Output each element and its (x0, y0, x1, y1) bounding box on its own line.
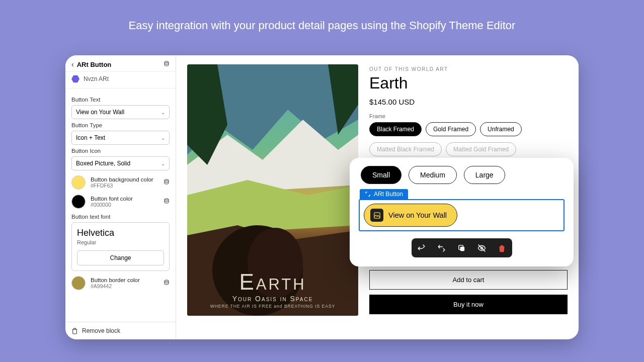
font-card: Helvetica Regular Change (71, 222, 170, 271)
bg-color-label: Button background color (91, 176, 153, 183)
frame-options-row2: Matted Black Framed Matted Gold Framed (369, 142, 568, 156)
poster-subtitle: WHERE THE AIR IS FREE and BREATHING IS E… (187, 304, 358, 309)
frame-option[interactable]: Black Framed (369, 122, 422, 136)
font-weight: Regular (77, 239, 164, 245)
border-color-hex: #A99442 (91, 283, 140, 289)
text-font-label: Button text font (71, 214, 170, 220)
sidebar-header: ‹ ARt Button (65, 55, 176, 72)
product-title: Earth (369, 74, 568, 93)
block-toolbar (412, 238, 512, 257)
buy-now-button[interactable]: Buy it now (369, 295, 568, 314)
frame-option-label: Frame (369, 113, 568, 119)
button-icon-select[interactable]: Boxed Picture, Solid⌄ (71, 156, 170, 170)
frame-option[interactable]: Unframed (480, 122, 522, 136)
remove-block-button[interactable]: Remove block (65, 322, 176, 339)
poster-title: Earth (187, 269, 358, 295)
button-type-label: Button Type (71, 122, 170, 128)
product-price: $145.00 USD (369, 98, 568, 106)
dynamic-source-icon[interactable] (164, 280, 170, 287)
svg-point-1 (165, 179, 169, 181)
font-color-row[interactable]: Button font color #000000 (71, 195, 170, 209)
frame-option: Matted Black Framed (369, 142, 442, 156)
block-focus-popover: Small Medium Large ARt Button View on Yo… (350, 158, 574, 266)
app-name: Nvzn ARt (84, 75, 109, 82)
svg-rect-13 (460, 246, 465, 251)
sidebar-fields: Button Text View on Your Wall⌄ Button Ty… (65, 88, 176, 322)
selected-block-frame[interactable]: View on Your Wall (359, 199, 565, 231)
dynamic-source-icon[interactable] (164, 179, 170, 187)
frame-option: Matted Gold Framed (446, 142, 516, 156)
move-down-icon[interactable] (437, 243, 447, 253)
border-color-row[interactable]: Button border color #A99442 (71, 276, 170, 290)
sidebar-title: ARt Button (77, 61, 160, 68)
svg-point-3 (165, 280, 169, 282)
block-label-tag[interactable]: ARt Button (360, 189, 408, 199)
move-up-icon[interactable] (417, 243, 427, 253)
button-text-select[interactable]: View on Your Wall⌄ (71, 105, 170, 119)
app-badge: Nvzn ARt (65, 72, 176, 88)
bg-color-swatch (71, 175, 86, 190)
font-name: Helvetica (77, 228, 164, 238)
duplicate-icon[interactable] (457, 243, 467, 253)
border-color-label: Button border color (91, 277, 140, 283)
size-option[interactable]: Medium (409, 166, 457, 184)
button-icon-label: Button Icon (71, 148, 170, 154)
app-icon (71, 75, 79, 83)
bg-color-hex: #FFDF63 (91, 183, 153, 189)
size-option[interactable]: Large (464, 166, 505, 184)
font-color-hex: #000000 (91, 202, 133, 208)
delete-icon[interactable] (497, 243, 507, 253)
svg-point-0 (165, 61, 169, 63)
poster-tagline: Your Oasis in Space (187, 295, 358, 303)
back-chevron-icon[interactable]: ‹ (71, 60, 74, 68)
change-font-button[interactable]: Change (77, 250, 164, 265)
button-type-select[interactable]: Icon + Text⌄ (71, 131, 170, 145)
view-on-wall-button[interactable]: View on Your Wall (364, 204, 457, 227)
button-text-label: Button Text (71, 97, 170, 103)
svg-point-2 (165, 199, 169, 200)
dynamic-source-icon[interactable] (164, 198, 170, 206)
boxed-picture-icon (370, 209, 383, 222)
frame-option[interactable]: Gold Framed (426, 122, 476, 136)
bg-color-row[interactable]: Button background color #FFDF63 (71, 175, 170, 190)
theme-editor-sidebar: ‹ ARt Button Nvzn ARt Button Text View o… (65, 55, 176, 339)
product-eyebrow: OUT OF THIS WORLD ART (369, 66, 568, 72)
marketing-headline: Easy integration with your product detai… (0, 0, 644, 32)
size-options: Small Medium Large (359, 166, 565, 184)
font-color-label: Button font color (91, 196, 133, 202)
size-option[interactable]: Small (361, 166, 401, 184)
product-image: Earth Your Oasis in Space WHERE THE AIR … (187, 64, 358, 316)
font-color-swatch (71, 195, 86, 209)
frame-options: Black Framed Gold Framed Unframed (369, 122, 568, 136)
hide-icon[interactable] (477, 243, 487, 253)
add-to-cart-button[interactable]: Add to cart (369, 270, 568, 290)
dynamic-source-icon[interactable] (164, 61, 170, 68)
border-color-swatch (71, 276, 86, 290)
